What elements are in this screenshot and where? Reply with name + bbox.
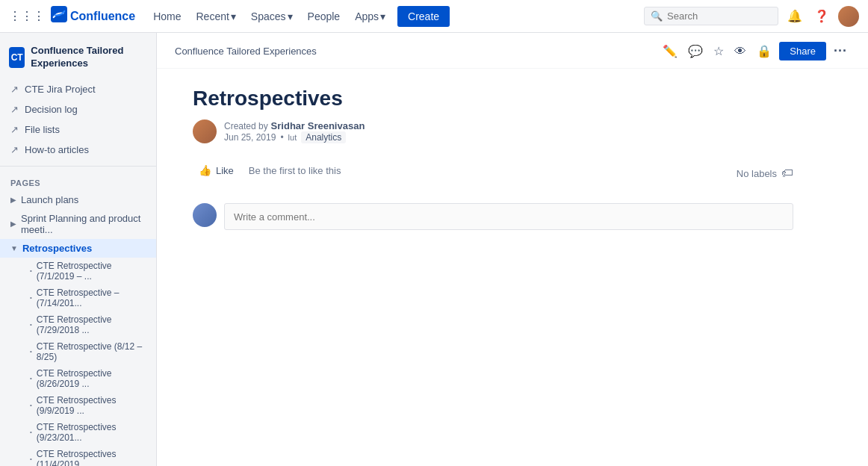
bullet-icon: • xyxy=(30,294,32,301)
reactions-labels-row: 👍 Like Be the first to like this No labe… xyxy=(193,161,793,188)
bullet-icon: • xyxy=(30,348,32,355)
page-body: Retrospectives Created by Sridhar Sreeni… xyxy=(157,69,829,260)
chevron-right-icon-2: ▶ xyxy=(10,220,16,228)
commenter-avatar xyxy=(193,203,217,227)
sidebar: CT Confluence Tailored Experiences ↗ CTE… xyxy=(0,33,157,466)
external-link-icon-4: ↗ xyxy=(10,144,19,155)
star-icon[interactable]: ☆ xyxy=(710,41,727,61)
nav-apps[interactable]: Apps ▾ xyxy=(349,7,391,25)
search-input[interactable] xyxy=(667,10,764,22)
sidebar-link-howto[interactable]: ↗ How-to articles xyxy=(0,140,156,160)
no-labels-text: No labels xyxy=(737,168,777,179)
chevron-down-icon: ▼ xyxy=(10,244,18,252)
bullet-icon: • xyxy=(30,321,32,328)
sidebar-page-retrospectives[interactable]: ▼ Retrospectives xyxy=(0,239,156,258)
bullet-icon: • xyxy=(30,267,32,274)
main-content: Confluence Tailored Experiences ✏️ 💬 ☆ 👁… xyxy=(157,33,868,466)
confluence-icon xyxy=(51,6,67,26)
nav-people[interactable]: People xyxy=(302,7,347,25)
external-link-icon-3: ↗ xyxy=(10,124,19,135)
more-options-icon[interactable]: ··· xyxy=(831,40,850,62)
page-title: Retrospectives xyxy=(193,87,793,111)
label-tag-icon[interactable]: 🏷 xyxy=(781,167,793,180)
meta-separator: • xyxy=(280,132,283,143)
comment-icon[interactable]: 💬 xyxy=(685,41,706,61)
sidebar-link-decision[interactable]: ↗ Decision log xyxy=(0,99,156,119)
sidebar-page-launch[interactable]: ▶ Launch plans xyxy=(0,190,156,209)
create-button[interactable]: Create xyxy=(397,6,450,27)
chevron-right-icon: ▶ xyxy=(10,196,16,204)
nav-right-section: 🔍 🔔 ❓ xyxy=(644,6,859,27)
author-avatar xyxy=(193,119,217,143)
breadcrumb: Confluence Tailored Experiences xyxy=(175,46,317,57)
breadcrumb-bar: Confluence Tailored Experiences ✏️ 💬 ☆ 👁… xyxy=(157,33,868,69)
comment-section xyxy=(193,203,793,230)
list-item[interactable]: • CTE Retrospective (7/1/2019 – ... xyxy=(0,258,156,285)
share-button[interactable]: Share xyxy=(779,42,826,60)
page-meta: Created by Sridhar Sreenivasan Jun 25, 2… xyxy=(193,119,793,143)
thumbs-up-icon: 👍 xyxy=(199,164,211,176)
confluence-logo-text: Confluence xyxy=(70,10,135,23)
bullet-icon: • xyxy=(30,456,32,462)
nav-recent[interactable]: Recent ▾ xyxy=(190,7,241,25)
pages-section-label: PAGES xyxy=(0,173,156,190)
reactions-row: 👍 Like Be the first to like this xyxy=(193,161,341,179)
list-item[interactable]: • CTE Retrospective (8/26/2019 ... xyxy=(0,365,156,392)
comment-input[interactable] xyxy=(224,203,793,230)
notification-icon[interactable]: 🔔 xyxy=(784,6,805,26)
svg-rect-0 xyxy=(51,6,67,22)
user-avatar[interactable] xyxy=(838,6,859,27)
restrict-icon[interactable]: 🔒 xyxy=(754,41,775,61)
sidebar-space-header[interactable]: CT Confluence Tailored Experiences xyxy=(0,39,156,79)
help-icon[interactable]: ❓ xyxy=(811,6,832,26)
list-item[interactable]: • CTE Retrospective – (7/14/201... xyxy=(0,285,156,311)
edit-icon[interactable]: ✏️ xyxy=(660,41,681,61)
list-item[interactable]: • CTE Retrospectives (9/9/2019 ... xyxy=(0,392,156,419)
like-button[interactable]: 👍 Like xyxy=(193,161,240,179)
bullet-icon: • xyxy=(30,375,32,382)
labels-row: No labels 🏷 xyxy=(737,164,793,186)
app-layout: CT Confluence Tailored Experiences ↗ CTE… xyxy=(0,33,868,466)
author-name: Sridhar Sreenivasan xyxy=(271,120,365,131)
grid-icon[interactable]: ⋮⋮⋮ xyxy=(9,9,45,23)
be-first-text: Be the first to like this xyxy=(249,165,341,176)
created-date: Jun 25, 2019 xyxy=(224,132,276,143)
list-item[interactable]: • CTE Retrospectives (11/4/2019 ... xyxy=(0,446,156,466)
sidebar-link-files[interactable]: ↗ File lists xyxy=(0,119,156,140)
nav-spaces[interactable]: Spaces ▾ xyxy=(245,7,299,25)
sidebar-links: ↗ CTE Jira Project ↗ Decision log ↗ File… xyxy=(0,79,156,160)
nav-home[interactable]: Home xyxy=(147,7,187,25)
breadcrumb-actions: ✏️ 💬 ☆ 👁 🔒 Share ··· xyxy=(660,40,850,62)
external-link-icon: ↗ xyxy=(10,84,19,95)
sidebar-page-sprint[interactable]: ▶ Sprint Planning and product meeti... xyxy=(0,209,156,239)
sidebar-link-jira[interactable]: ↗ CTE Jira Project xyxy=(0,79,156,99)
space-icon: CT xyxy=(9,47,25,68)
bullet-icon: • xyxy=(30,429,32,435)
space-name: Confluence Tailored Experiences xyxy=(31,45,147,70)
external-link-icon-2: ↗ xyxy=(10,104,19,115)
list-item[interactable]: • CTE Retrospectives (9/23/201... xyxy=(0,419,156,446)
meta-details: Created by Sridhar Sreenivasan Jun 25, 2… xyxy=(224,119,365,143)
analytics-tag[interactable]: Analytics xyxy=(301,131,346,143)
watch-icon[interactable]: 👁 xyxy=(731,42,749,61)
list-item[interactable]: • CTE Retrospective (7/29/2018 ... xyxy=(0,311,156,338)
search-box[interactable]: 🔍 xyxy=(644,7,778,25)
analytics-label: lut xyxy=(288,133,297,142)
sidebar-divider xyxy=(0,166,156,167)
confluence-logo[interactable]: Confluence xyxy=(51,6,135,26)
list-item[interactable]: • CTE Retrospective (8/12 – 8/25) xyxy=(0,338,156,365)
top-navigation: ⋮⋮⋮ Confluence Home Recent ▾ Spaces ▾ Pe… xyxy=(0,0,868,33)
created-by-label: Created by xyxy=(224,121,268,131)
bullet-icon: • xyxy=(30,402,32,408)
search-icon: 🔍 xyxy=(651,10,663,22)
